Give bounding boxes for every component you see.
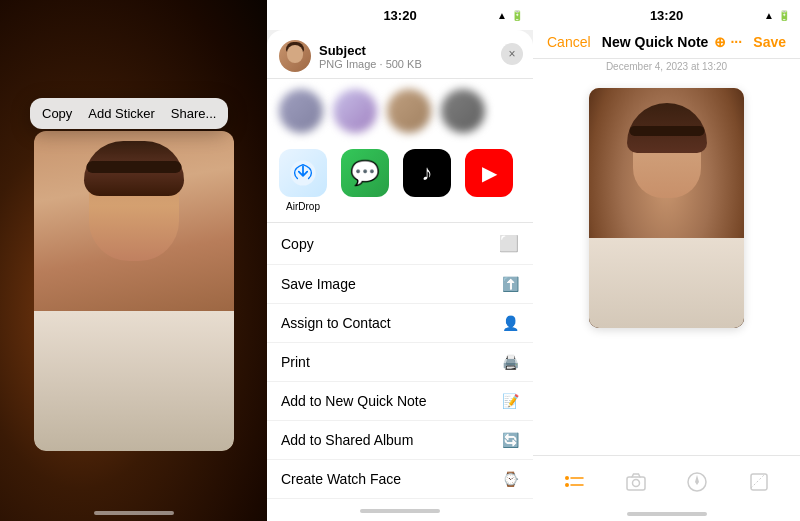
- share-item-subtitle: PNG Image · 500 KB: [319, 58, 521, 70]
- portrait-headband-3: [629, 126, 704, 136]
- action-save-image-label: Save Image: [281, 276, 356, 292]
- panel-quick-note: 13:20 ▲ 🔋 Cancel New Quick Note ⊕ ··· Sa…: [533, 0, 800, 521]
- app-youtube[interactable]: ▶: [465, 149, 513, 212]
- action-assign-contact-icon: 👤: [502, 315, 519, 331]
- contacts-row: [267, 79, 533, 143]
- action-assign-contact[interactable]: Assign to Contact 👤: [267, 304, 533, 343]
- svg-rect-9: [751, 474, 767, 490]
- context-copy[interactable]: Copy: [42, 106, 72, 121]
- action-print-label: Print: [281, 354, 310, 370]
- action-shared-album-icon: 🔄: [502, 432, 519, 448]
- action-assign-contact-label: Assign to Contact: [281, 315, 391, 331]
- panel-photo: Copy Add Sticker Share...: [0, 0, 267, 521]
- nav-title-text: New Quick Note: [602, 34, 709, 50]
- share-close-button[interactable]: ×: [501, 43, 523, 65]
- camera-icon[interactable]: [616, 462, 656, 502]
- action-save-image-icon: ⬆️: [502, 276, 519, 292]
- app-airdrop[interactable]: AirDrop: [279, 149, 327, 212]
- share-sheet-header: Subject PNG Image · 500 KB ×: [267, 30, 533, 79]
- note-date: December 4, 2023 at 13:20: [533, 59, 800, 78]
- action-copy-label: Copy: [281, 236, 314, 252]
- home-bar-2: [360, 509, 440, 513]
- context-menu: Copy Add Sticker Share...: [30, 98, 228, 129]
- action-watch-face-icon: ⌚: [502, 471, 519, 487]
- share-item-title: Subject: [319, 43, 521, 58]
- nav-title-area: New Quick Note ⊕ ···: [602, 34, 742, 50]
- action-print-icon: 🖨️: [502, 354, 519, 370]
- nav-title: New Quick Note ⊕ ···: [602, 34, 742, 50]
- context-add-sticker[interactable]: Add Sticker: [88, 106, 154, 121]
- share-item-info: Subject PNG Image · 500 KB: [279, 40, 521, 72]
- note-toolbar: [533, 455, 800, 507]
- portrait-image-3: [589, 88, 744, 328]
- home-indicator-1: [94, 511, 174, 515]
- note-add-icon[interactable]: ⊕: [714, 34, 726, 50]
- messages-icon: 💬: [341, 149, 389, 197]
- note-options-icon[interactable]: ···: [730, 34, 742, 50]
- battery-icon-3: 🔋: [778, 10, 790, 21]
- action-copy-icon: ⬜: [499, 234, 519, 253]
- share-item-text: Subject PNG Image · 500 KB: [319, 43, 521, 70]
- home-bar-3: [627, 512, 707, 516]
- svg-point-6: [632, 479, 639, 486]
- photo-subject: [0, 0, 267, 521]
- note-image-area: [533, 78, 800, 455]
- context-more[interactable]: Share...: [171, 106, 217, 121]
- airdrop-label: AirDrop: [286, 201, 320, 212]
- action-quick-note-label: Add to New Quick Note: [281, 393, 427, 409]
- portrait-image-1: [34, 131, 234, 451]
- status-time-3: 13:20: [650, 8, 683, 23]
- wifi-icon-2: ▲: [497, 10, 507, 21]
- home-indicator-2: [267, 501, 533, 521]
- share-sheet: Subject PNG Image · 500 KB ×: [267, 30, 533, 521]
- action-quick-note-icon: 📝: [502, 393, 519, 409]
- status-bar-3: 13:20 ▲ 🔋: [533, 0, 800, 30]
- action-quick-note[interactable]: Add to New Quick Note 📝: [267, 382, 533, 421]
- avatar-face: [287, 45, 303, 63]
- home-indicator-3: [533, 507, 800, 521]
- contact-4[interactable]: [441, 89, 485, 133]
- expand-icon[interactable]: [739, 462, 779, 502]
- apps-row: AirDrop 💬 ♪ ▶: [267, 143, 533, 223]
- app-tiktok[interactable]: ♪: [403, 149, 451, 212]
- app-messages[interactable]: 💬: [341, 149, 389, 212]
- contact-3[interactable]: [387, 89, 431, 133]
- action-copy[interactable]: Copy ⬜: [267, 223, 533, 265]
- wifi-icon-3: ▲: [764, 10, 774, 21]
- tiktok-icon: ♪: [403, 149, 451, 197]
- status-bar-2: 13:20 ▲ 🔋: [267, 0, 533, 30]
- nav-title-icons: ⊕ ···: [714, 34, 742, 50]
- save-button[interactable]: Save: [753, 34, 786, 50]
- svg-point-3: [565, 483, 569, 487]
- portrait-headband-1: [86, 161, 181, 173]
- status-time-2: 13:20: [383, 8, 416, 23]
- panel-share-sheet: 13:20 ▲ 🔋 Subject PNG Image · 500 KB ×: [267, 0, 533, 521]
- list-icon[interactable]: [554, 462, 594, 502]
- cancel-button[interactable]: Cancel: [547, 34, 591, 50]
- status-icons-3: ▲ 🔋: [764, 10, 790, 21]
- portrait-body-1: [34, 311, 234, 451]
- action-shared-album[interactable]: Add to Shared Album 🔄: [267, 421, 533, 460]
- quick-note-nav: Cancel New Quick Note ⊕ ··· Save: [533, 30, 800, 59]
- svg-marker-8: [695, 475, 699, 485]
- action-shared-album-label: Add to Shared Album: [281, 432, 413, 448]
- status-icons-2: ▲ 🔋: [497, 10, 523, 21]
- youtube-icon: ▶: [465, 149, 513, 197]
- airdrop-icon: [279, 149, 327, 197]
- action-watch-face-label: Create Watch Face: [281, 471, 401, 487]
- action-save-image[interactable]: Save Image ⬆️: [267, 265, 533, 304]
- action-watch-face[interactable]: Create Watch Face ⌚: [267, 460, 533, 499]
- compass-icon[interactable]: [677, 462, 717, 502]
- share-item-avatar: [279, 40, 311, 72]
- svg-point-1: [565, 476, 569, 480]
- battery-icon-2: 🔋: [511, 10, 523, 21]
- share-actions-list: Copy ⬜ Save Image ⬆️ Assign to Contact 👤…: [267, 223, 533, 501]
- contact-1[interactable]: [279, 89, 323, 133]
- contact-2[interactable]: [333, 89, 377, 133]
- action-print[interactable]: Print 🖨️: [267, 343, 533, 382]
- portrait-body-3: [589, 238, 744, 328]
